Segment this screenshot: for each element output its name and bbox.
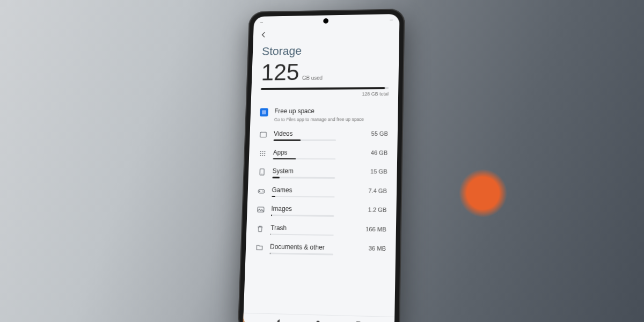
storage-meter-row: 128 GB total [260,87,389,97]
category-value: 166 MB [365,225,386,232]
app-bar [253,25,400,42]
videos-icon [259,130,268,139]
documents-icon [255,243,264,252]
svg-point-6 [264,153,265,154]
system-icon [258,168,266,177]
trash-icon [256,224,265,233]
used-line: 125 GB used [261,60,389,84]
svg-point-11 [261,174,262,174]
category-bar-fill [270,233,271,235]
category-value: 15 GB [370,168,387,174]
nav-back-button[interactable] [275,317,282,322]
category-row-games[interactable]: Games7.4 GB [247,181,397,201]
photo-background: ··· ··· Storage 125 GB used 128 G [0,0,644,322]
phone-frame: ··· ··· Storage 125 GB used 128 G [238,9,405,322]
category-value: 46 GB [371,149,387,156]
category-bar [273,158,335,159]
category-value: 36 MB [369,245,386,252]
total-label: 128 GB total [260,91,389,97]
category-bar [270,253,333,255]
used-unit: GB used [302,75,323,81]
category-value: 55 GB [371,130,388,137]
used-amount: 125 [261,61,299,84]
category-icon [258,149,267,158]
category-bar-fill [274,140,301,141]
back-button[interactable] [259,31,268,39]
category-value: 1.2 GB [368,207,387,213]
category-bar-fill [273,158,296,159]
category-row-videos[interactable]: Videos55 GB [250,126,398,144]
svg-point-7 [260,155,261,156]
storage-header: Storage 125 GB used 128 GB total [251,40,399,104]
phone-screen: ··· ··· Storage 125 GB used 128 G [243,14,400,322]
category-bar [271,215,334,217]
svg-point-13 [262,191,263,191]
category-row-system[interactable]: System15 GB [248,163,397,183]
nav-home-icon [314,319,321,322]
category-bar-fill [272,195,275,197]
svg-point-2 [262,151,264,152]
nav-recents-button[interactable] [354,319,362,322]
category-label: Apps [273,149,288,156]
category-icon [257,205,265,214]
category-bar-fill [271,215,272,216]
svg-rect-15 [258,207,264,212]
category-label: Documents & other [270,243,325,252]
category-icon [257,186,266,195]
category-bar [274,140,336,141]
files-app-icon [260,108,268,117]
status-right: ··· [390,17,393,22]
free-up-title: Free up space [274,107,389,115]
svg-point-8 [262,155,263,156]
games-icon [257,186,266,195]
storage-meter [261,87,389,90]
category-bar [270,233,334,236]
category-label: Videos [274,130,293,137]
category-bar-fill [272,177,280,178]
images-icon [257,205,265,214]
svg-point-5 [262,153,263,154]
category-row-images[interactable]: Images1.2 GB [247,200,397,221]
storage-list: Free up space Go to Files app to manage … [244,103,398,317]
category-value: 7.4 GB [368,187,387,194]
svg-point-4 [260,153,261,154]
category-bar [272,195,334,197]
category-row-trash[interactable]: Trash166 MB [246,219,396,240]
svg-point-3 [264,151,265,152]
svg-point-9 [264,155,265,156]
category-bar [272,177,335,178]
category-icon [255,243,264,252]
nav-home-button[interactable] [314,318,321,322]
svg-point-1 [260,151,261,152]
category-icon [258,168,266,177]
free-up-subtitle: Go to Files app to manage and free up sp… [274,116,389,122]
back-arrow-icon [259,31,268,39]
nav-recents-icon [355,320,361,322]
category-icon [259,130,268,139]
svg-rect-0 [260,132,267,137]
category-label: Games [272,186,292,194]
category-label: Trash [270,224,287,231]
category-icon [256,224,265,233]
category-row-apps[interactable]: Apps46 GB [249,144,398,164]
page-title: Storage [262,43,390,58]
category-label: Images [271,205,292,213]
status-left: ··· [260,20,264,25]
category-label: System [273,167,294,175]
category-bar-fill [270,253,270,254]
category-row-documents[interactable]: Documents & other36 MB [245,238,396,260]
apps-icon [258,149,267,158]
free-up-space-row[interactable]: Free up space Go to Files app to manage … [250,103,398,126]
storage-meter-fill [261,87,385,90]
svg-point-14 [263,191,264,192]
nav-back-icon [275,318,282,322]
